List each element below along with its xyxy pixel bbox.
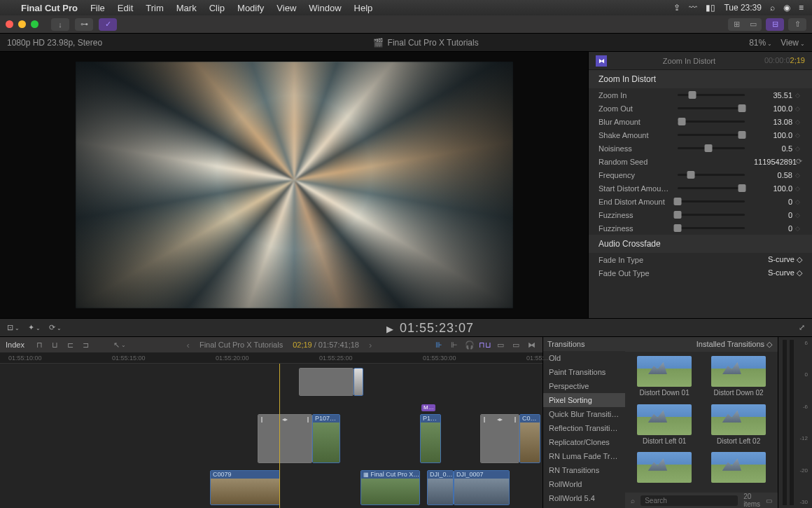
- transition-thumb[interactable]: Distort Down 01: [629, 356, 699, 400]
- param-slider[interactable]: [678, 147, 745, 149]
- keyframe-icon[interactable]: ◇: [795, 132, 802, 139]
- keyframe-icon[interactable]: ◇: [795, 92, 802, 99]
- category-item[interactable]: Pixel Sorting: [543, 393, 625, 407]
- transition-thumb[interactable]: [704, 452, 774, 488]
- transition-thumb[interactable]: Distort Left 02: [704, 404, 774, 448]
- clip-transition-2[interactable]: ‖◂▸‖: [480, 414, 519, 463]
- transition-icon[interactable]: ⧓: [526, 340, 537, 350]
- menu-edit[interactable]: Edit: [118, 3, 133, 13]
- display-options-icon[interactable]: ⊡⌄: [7, 323, 20, 332]
- notifications-icon[interactable]: ≡: [799, 3, 804, 13]
- clip-selected-transition[interactable]: ‖◂▸‖: [258, 414, 312, 463]
- param-value[interactable]: 0.5: [750, 144, 792, 153]
- spotlight-icon[interactable]: ⌕: [770, 3, 775, 13]
- minimize-button[interactable]: [18, 20, 26, 28]
- clip-p1[interactable]: P1…: [420, 414, 441, 463]
- param-value[interactable]: 0: [750, 198, 792, 206]
- timeline-button[interactable]: ⊟: [766, 18, 784, 31]
- transition-thumb[interactable]: Distort Down 02: [704, 356, 774, 400]
- menu-trim[interactable]: Trim: [146, 3, 164, 13]
- append-icon[interactable]: ⊏: [65, 340, 76, 350]
- keyframe-icon[interactable]: ◇: [795, 198, 802, 205]
- clip-p107[interactable]: P107…: [312, 414, 340, 463]
- effects-browser-icon[interactable]: ▭: [495, 340, 506, 350]
- param-slider[interactable]: [678, 174, 745, 176]
- maximize-button[interactable]: [31, 20, 38, 28]
- param-slider[interactable]: [678, 107, 745, 109]
- menu-modify[interactable]: Modify: [237, 3, 264, 13]
- play-icon[interactable]: ▶: [386, 324, 394, 334]
- view-dropdown[interactable]: View⌄: [780, 38, 805, 48]
- timeline-tracks[interactable]: M… ‖◂▸‖ P107… P1… ‖◂▸‖ C0… C0079 ▦ Final…: [0, 364, 542, 508]
- wifi-icon[interactable]: 〰: [689, 3, 697, 13]
- fade-out-dropdown[interactable]: S-curve ◇: [768, 268, 802, 277]
- keyframe-icon[interactable]: ◇: [795, 105, 802, 112]
- clip-c0[interactable]: C0…: [519, 414, 540, 463]
- fade-in-dropdown[interactable]: S-curve ◇: [768, 255, 802, 264]
- param-value[interactable]: 0: [750, 224, 792, 233]
- connect-icon[interactable]: ⊓: [34, 340, 46, 350]
- audio-skim-icon[interactable]: ⊩: [449, 340, 460, 350]
- effects-icon[interactable]: ✦⌄: [28, 323, 41, 332]
- param-value[interactable]: 100.0: [750, 104, 792, 113]
- clock[interactable]: Tue 23:39: [724, 3, 762, 13]
- category-item[interactable]: Reflection Transitions: [543, 421, 625, 435]
- param-value[interactable]: 100.0: [750, 184, 792, 193]
- menu-window[interactable]: Window: [309, 3, 341, 13]
- keyframe-icon[interactable]: ◇: [795, 212, 802, 219]
- share-button[interactable]: ⇧: [788, 18, 806, 31]
- clip-connected[interactable]: [299, 368, 354, 396]
- fullscreen-icon[interactable]: ⤢: [799, 323, 805, 332]
- param-value[interactable]: 0: [750, 211, 792, 219]
- snap-icon[interactable]: ⊓⊔: [479, 340, 491, 350]
- category-item[interactable]: RollWorld: [543, 477, 625, 491]
- keyframe-icon[interactable]: ◇: [795, 185, 802, 192]
- arrow-tool-icon[interactable]: ↖⌄: [114, 340, 125, 350]
- category-item[interactable]: RollWorld 5.4: [543, 491, 625, 505]
- menu-file[interactable]: File: [90, 3, 105, 13]
- category-item[interactable]: Perspective: [543, 379, 625, 393]
- menu-help[interactable]: Help: [354, 3, 373, 13]
- transition-thumb[interactable]: Distort Left 01: [629, 404, 699, 448]
- refresh-icon[interactable]: ⟳: [796, 157, 802, 166]
- overwrite-icon[interactable]: ⊐: [80, 340, 92, 350]
- clip-c0079[interactable]: C0079: [210, 470, 280, 505]
- index-button[interactable]: Index: [6, 341, 24, 349]
- param-slider[interactable]: [678, 121, 745, 123]
- clip-fcpx[interactable]: ▦ Final Cut Pro X…: [360, 470, 420, 505]
- skimming-icon[interactable]: ⊪: [433, 340, 444, 350]
- menu-view[interactable]: View: [276, 3, 296, 13]
- menu-mark[interactable]: Mark: [176, 3, 197, 13]
- retime-icon[interactable]: ⟳⌄: [49, 323, 62, 332]
- browser-toggle[interactable]: ⊞▭: [728, 18, 762, 31]
- param-slider[interactable]: [678, 187, 745, 189]
- search-input[interactable]: [640, 495, 738, 506]
- close-button[interactable]: [6, 20, 13, 28]
- param-value[interactable]: 0.58: [750, 171, 792, 179]
- category-item[interactable]: Quick Blur Transitions: [543, 407, 625, 421]
- installed-dropdown[interactable]: Installed Transitions ◇: [696, 340, 772, 349]
- param-value[interactable]: 35.51: [750, 91, 792, 99]
- viewer[interactable]: [0, 52, 588, 318]
- grid-icon[interactable]: ▭: [766, 497, 772, 504]
- siri-icon[interactable]: ◉: [783, 3, 790, 13]
- param-slider[interactable]: [678, 94, 745, 96]
- app-name[interactable]: Final Cut Pro: [21, 3, 78, 13]
- background-tasks-button[interactable]: ✓: [99, 18, 117, 31]
- clip-dji0[interactable]: DJI_0…: [427, 470, 454, 505]
- timeline-ruler[interactable]: 01:55:10:00 01:55:15:00 01:55:20:00 01:5…: [0, 352, 542, 364]
- clip-dji0007[interactable]: DJI_0007: [454, 470, 510, 505]
- param-value[interactable]: 100.0: [750, 131, 792, 139]
- solo-icon[interactable]: 🎧: [464, 340, 475, 350]
- category-item[interactable]: Replicator/Clones: [543, 435, 625, 449]
- param-value[interactable]: 1119542891: [754, 158, 796, 166]
- param-slider[interactable]: [678, 134, 745, 136]
- param-value[interactable]: 13.08: [750, 118, 792, 126]
- clip-connected-thumb[interactable]: [354, 368, 363, 396]
- transition-thumb[interactable]: [629, 452, 699, 488]
- keyword-button[interactable]: ⊶: [75, 18, 93, 31]
- keyframe-icon[interactable]: ◇: [795, 225, 802, 232]
- menu-clip[interactable]: Clip: [209, 3, 225, 13]
- wifi-icon[interactable]: ⇪: [673, 3, 680, 13]
- nav-back-icon[interactable]: ‹: [187, 340, 190, 350]
